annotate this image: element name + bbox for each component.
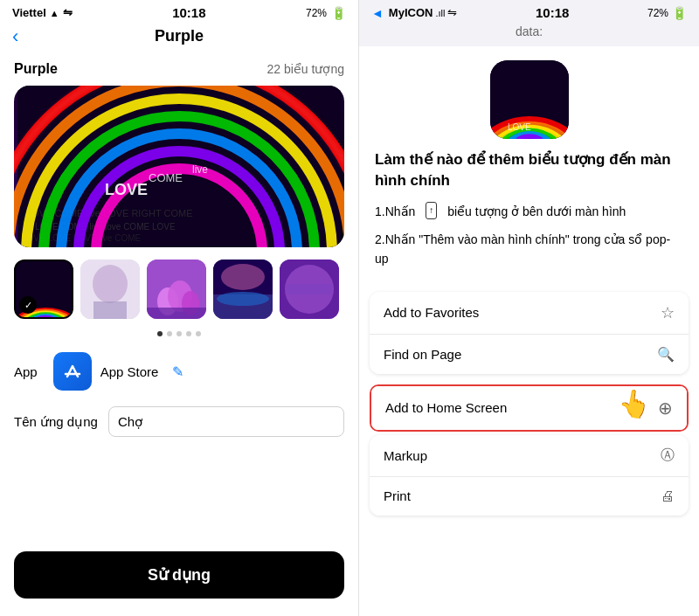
app-label: App bbox=[14, 364, 38, 379]
content-area: Purple 22 biểu tượng LOVE COME live LOVE… bbox=[0, 52, 358, 616]
dot-5 bbox=[196, 331, 201, 336]
time-right: 10:18 bbox=[536, 5, 569, 20]
nav-bar: ‹ Purple bbox=[0, 24, 358, 52]
svg-text:live: live bbox=[192, 163, 208, 176]
status-bar-left: Viettel ▲ ⇋ 10:18 72% 🔋 bbox=[0, 0, 358, 24]
app-icon-top: LOVE bbox=[490, 60, 569, 139]
thumbnail-3[interactable] bbox=[147, 260, 206, 319]
menu-item-print[interactable]: Print 🖨 bbox=[370, 477, 689, 516]
svg-rect-15 bbox=[147, 308, 206, 319]
time-left: 10:18 bbox=[172, 5, 205, 20]
markup-icon: Ⓐ bbox=[661, 446, 675, 465]
thumbnail-1[interactable]: ✓ bbox=[14, 260, 73, 319]
app-row: App App Store ✎ bbox=[14, 352, 344, 391]
svg-text:COME: COME bbox=[149, 171, 183, 184]
svg-text:LOVE: LOVE bbox=[508, 122, 531, 132]
right-panel: ◄ MyICON .ıll ⇋ 10:18 72% 🔋 data: LOV bbox=[358, 0, 699, 616]
name-row: Tên ứng dụng bbox=[14, 406, 344, 437]
name-label: Tên ứng dụng bbox=[14, 414, 98, 430]
menu-item-markup[interactable]: Markup Ⓐ bbox=[370, 435, 689, 477]
battery-info-right: 72% 🔋 bbox=[647, 6, 687, 20]
step2: 2.Nhấn "Thêm vào màn hình chính" trong c… bbox=[375, 230, 683, 269]
signal-icon: ▲ bbox=[50, 8, 59, 18]
instructions: Làm thế nào để thêm biểu tượng đến màn h… bbox=[359, 149, 699, 292]
svg-rect-10 bbox=[93, 301, 127, 319]
checkmark: ✓ bbox=[19, 296, 37, 314]
carrier-info-right: ◄ MyICON .ıll ⇋ bbox=[371, 6, 457, 20]
menu-item-find-label: Find on Page bbox=[384, 347, 461, 362]
menu-item-favorites[interactable]: Add to Favorites ☆ bbox=[370, 292, 689, 335]
wifi-icon-right: ⇋ bbox=[447, 6, 457, 19]
back-button[interactable]: ‹ bbox=[12, 27, 18, 46]
menu-item-find[interactable]: Find on Page 🔍 bbox=[370, 335, 689, 374]
main-image: LOVE COME live LOVE RIGHT COME LOVE COME… bbox=[14, 86, 344, 247]
thumbnails-row: ✓ bbox=[14, 260, 344, 319]
section-count: 22 biểu tượng bbox=[267, 62, 345, 76]
app-name-input[interactable] bbox=[108, 406, 344, 437]
app-store-icon bbox=[53, 352, 92, 391]
menu-item-favorites-label: Add to Favorites bbox=[384, 305, 479, 320]
svg-point-9 bbox=[93, 265, 128, 303]
menu-item-print-label: Print bbox=[384, 488, 411, 503]
step1-suffix: biểu tượng ở bên dưới màn hình bbox=[447, 202, 626, 221]
left-panel: Viettel ▲ ⇋ 10:18 72% 🔋 ‹ Purple Purple … bbox=[0, 0, 358, 616]
carrier-name-right: MyICON bbox=[389, 6, 433, 19]
battery-icon-left: 🔋 bbox=[331, 6, 346, 20]
dot-3 bbox=[176, 331, 182, 336]
carrier-info: Viettel ▲ ⇋ bbox=[12, 6, 73, 19]
dot-4 bbox=[186, 331, 191, 336]
menu-item-markup-label: Markup bbox=[384, 448, 427, 463]
carrier-name: Viettel bbox=[12, 6, 46, 19]
menu-item-homescreen-label: Add to Home Screen bbox=[385, 400, 507, 415]
step1: 1.Nhấn ↑ biểu tượng ở bên dưới màn hình bbox=[375, 202, 683, 221]
thumbnail-2[interactable] bbox=[80, 260, 140, 319]
use-button[interactable]: Sử dụng bbox=[14, 551, 344, 599]
dot-2 bbox=[167, 331, 172, 336]
battery-info-left: 72% 🔋 bbox=[306, 6, 346, 20]
share-icon: ↑ bbox=[426, 202, 437, 219]
scroll-content: LOVE Làm thế nào để thêm biểu tượng đến … bbox=[359, 46, 699, 616]
battery-percent-left: 72% bbox=[306, 7, 327, 19]
app-store-name: App Store bbox=[100, 364, 159, 379]
instructions-heading: Làm thế nào để thêm biểu tượng đến màn h… bbox=[375, 149, 683, 191]
svg-point-18 bbox=[221, 264, 265, 290]
dots-row bbox=[14, 331, 344, 336]
wifi-icon: ⇋ bbox=[63, 6, 73, 19]
rainbow-svg: LOVE COME live LOVE RIGHT COME LOVE COME… bbox=[14, 86, 344, 247]
hand-pointer-icon: 👆 bbox=[616, 385, 654, 421]
svg-rect-22 bbox=[287, 284, 332, 294]
homescreen-icon: ⊕ bbox=[658, 398, 673, 419]
edit-icon[interactable]: ✎ bbox=[172, 363, 183, 380]
battery-icon-right: 🔋 bbox=[672, 6, 687, 20]
back-arrow-right: ◄ bbox=[371, 6, 384, 20]
print-icon: 🖨 bbox=[661, 488, 675, 504]
svg-point-19 bbox=[217, 292, 269, 306]
section-title: Purple bbox=[14, 61, 58, 77]
thumbnail-5[interactable] bbox=[280, 260, 339, 319]
battery-percent-right: 72% bbox=[647, 7, 668, 19]
favorites-icon: ☆ bbox=[661, 303, 675, 322]
svg-text:LOVE: LOVE bbox=[105, 181, 148, 198]
step1-text: 1.Nhấn bbox=[375, 202, 415, 221]
find-icon: 🔍 bbox=[657, 346, 675, 363]
url-text: data: bbox=[516, 24, 543, 38]
menu-list-2: Markup Ⓐ Print 🖨 bbox=[370, 435, 689, 516]
section-header: Purple 22 biểu tượng bbox=[14, 61, 344, 77]
nav-title: Purple bbox=[155, 27, 204, 45]
url-bar: data: bbox=[359, 22, 699, 46]
menu-list: Add to Favorites ☆ Find on Page 🔍 bbox=[370, 292, 689, 374]
status-bar-right: ◄ MyICON .ıll ⇋ 10:18 72% 🔋 bbox=[359, 0, 699, 22]
thumbnail-4[interactable] bbox=[213, 260, 273, 319]
dot-1 bbox=[157, 331, 163, 336]
signal-bars-right: .ıll bbox=[435, 8, 445, 18]
